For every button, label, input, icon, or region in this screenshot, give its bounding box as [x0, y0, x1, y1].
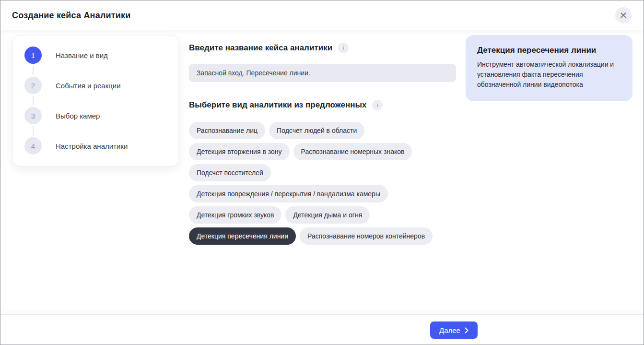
analytics-type-chips: Распознавание лицПодсчет людей в области…	[189, 122, 445, 245]
step-connector	[33, 95, 34, 106]
name-section-heading-row: Введите название кейса аналитики i	[189, 43, 457, 53]
case-name-input[interactable]	[189, 64, 456, 82]
step-connector	[33, 126, 34, 136]
stepper-steps: 1Название и вид2События и реакции3Выбор …	[24, 47, 167, 155]
analytics-chip[interactable]: Детекция громких звуков	[189, 206, 281, 224]
stepper-step-3[interactable]: 3Выбор камер	[24, 107, 167, 124]
dialog-header: Создание кейса Аналитики ✕	[0, 0, 644, 30]
step-label: Настройка аналитики	[56, 142, 128, 150]
chevron-right-icon	[465, 327, 468, 333]
dialog-title: Создание кейса Аналитики	[12, 11, 131, 21]
info-icon[interactable]: i	[338, 43, 349, 53]
step-connector	[33, 65, 34, 75]
step-label: События и реакции	[56, 82, 121, 90]
analytics-chip[interactable]: Подсчет посетителей	[189, 164, 271, 181]
step-number-badge: 1	[24, 47, 42, 64]
step-label: Название и вид	[56, 51, 108, 59]
name-section-heading: Введите название кейса аналитики	[189, 43, 332, 53]
analytics-chip[interactable]: Распознавание номерных знаков	[293, 143, 412, 160]
step-number-badge: 4	[24, 137, 42, 155]
analytics-chip[interactable]: Подсчет людей в области	[269, 122, 364, 139]
stepper-step-4[interactable]: 4Настройка аналитики	[24, 137, 167, 155]
next-button-label: Далее	[439, 326, 460, 334]
info-icon[interactable]: i	[372, 100, 383, 110]
stepper-step-1[interactable]: 1Название и вид	[24, 47, 167, 64]
stepper-panel: 1Название и вид2События и реакции3Выбор …	[12, 35, 179, 167]
analytics-chip[interactable]: Детекция повреждения / перекрытия / ванд…	[189, 185, 388, 202]
dialog-footer: Далее	[0, 314, 644, 345]
close-button[interactable]: ✕	[615, 7, 632, 24]
stepper-step-2[interactable]: 2События и реакции	[24, 77, 167, 94]
analytics-chip[interactable]: Распознавание лиц	[189, 122, 265, 139]
analytics-description-panel: Детекция пересечения линии Инструмент ав…	[466, 35, 632, 101]
type-section-heading-row: Выберите вид аналитики из предложенных i	[189, 100, 457, 110]
step-label: Выбор камер	[56, 112, 100, 120]
next-button[interactable]: Далее	[430, 321, 478, 339]
create-analytics-case-dialog: Создание кейса Аналитики ✕ 1Название и в…	[0, 0, 644, 345]
type-section-heading: Выберите вид аналитики из предложенных	[189, 100, 366, 110]
step-number-badge: 3	[24, 107, 42, 124]
analytics-chip[interactable]: Детекция дыма и огня	[285, 206, 370, 224]
main-content: Введите название кейса аналитики i Выбер…	[189, 43, 457, 245]
analytics-description-text: Инструмент автоматической локализации и …	[477, 59, 621, 90]
analytics-description-title: Детекция пересечения линии	[477, 46, 621, 55]
close-icon: ✕	[620, 11, 628, 20]
analytics-chip[interactable]: Детекция вторжения в зону	[189, 143, 290, 160]
step-number-badge: 2	[24, 77, 42, 94]
analytics-chip[interactable]: Распознавание номеров контейнеров	[300, 227, 433, 245]
analytics-chip[interactable]: Детекция пересечения линии	[189, 227, 296, 245]
